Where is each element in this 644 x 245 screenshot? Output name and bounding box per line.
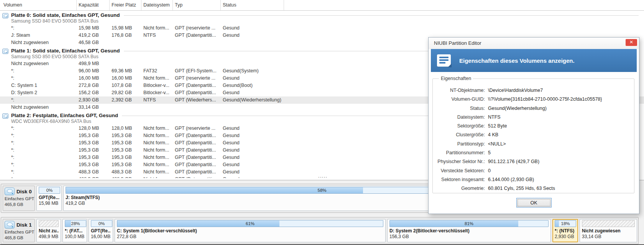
- partition-block[interactable]: 0%GPT(Re...16,00 MB: [89, 219, 113, 242]
- usage-meter: 81%: [389, 220, 549, 227]
- cell-type: [173, 60, 221, 67]
- partition-block[interactable]: 28%*: (FAT...100,0 MB: [62, 219, 87, 242]
- column-header-freier-platz[interactable]: Freier Platz: [110, 0, 141, 10]
- cell-type: GPT (Datenpartiti...: [173, 168, 221, 176]
- column-header-volumen[interactable]: Volumen: [0, 0, 77, 10]
- cell-volume: *:: [0, 125, 77, 132]
- partition-block[interactable]: Nicht zugewiesen33,14 GB: [580, 219, 637, 242]
- cell-filesystem: Nicht form...: [141, 168, 173, 176]
- partition-size: 498,9 MB: [39, 234, 59, 240]
- property-row: Sektoren insgesamt:6.144.000 (2,930 GB): [433, 175, 634, 184]
- disk-name: Disk 0: [16, 189, 32, 194]
- cell-filesystem: Nicht form...: [141, 75, 173, 82]
- disk-group-header[interactable]: Platte 0: Solid state, Einfaches GPT, Ge…: [0, 11, 644, 24]
- cell-filesystem: Nicht form...: [141, 154, 173, 161]
- panel-splitter-handle[interactable]: .....: [311, 174, 334, 179]
- cell-capacity: 195,3 GB: [77, 132, 110, 139]
- cell-type: GPT (Datenpartiti...: [173, 154, 221, 161]
- close-icon[interactable]: ✕: [626, 39, 637, 46]
- disk-scheme: Einfaches GPT: [5, 229, 33, 235]
- property-row: Partitionstyp:<NULL>: [433, 140, 634, 149]
- property-value: 901.122.176 (429,7 GB): [485, 157, 539, 166]
- cell-volume: *:: [0, 161, 77, 168]
- column-header-dateisystem[interactable]: Dateisystem: [141, 0, 173, 10]
- partition-block[interactable]: 18%*: (NTFS)2,930 GB: [552, 219, 578, 242]
- disk-icon: [2, 13, 8, 18]
- column-header-status[interactable]: Status: [221, 0, 284, 10]
- usage-percent: 0%: [39, 187, 60, 193]
- property-row: Status:Gesund(Wiederherstellung): [433, 104, 634, 113]
- cell-free: 176,8 GB: [110, 32, 141, 39]
- cell-status: Gesund: [221, 154, 284, 161]
- property-label: Partitionsnummer:: [433, 149, 485, 157]
- cell-status: Gesund: [221, 176, 284, 178]
- cell-type: [173, 39, 221, 46]
- property-row: Clustergröße:4 KB: [433, 131, 634, 139]
- disk-icon: [2, 49, 8, 54]
- ok-button[interactable]: OK: [516, 198, 552, 207]
- disk-info-box[interactable]: Disk 0Einfaches GPT465,8 GB: [3, 186, 35, 211]
- usage-meter: 0%: [39, 187, 60, 194]
- usage-percent: 18%: [555, 220, 576, 227]
- partition-size: 156,3 GB: [389, 234, 549, 240]
- cell-capacity: 33,14 GB: [77, 104, 110, 111]
- partition-label: *: (FAT...: [65, 228, 85, 234]
- cell-capacity: 46,58 GB: [77, 39, 110, 46]
- cell-filesystem: [141, 104, 173, 111]
- cell-free: [110, 104, 141, 111]
- property-label: Geometrie:: [433, 184, 485, 193]
- cell-capacity: 2,930 GB: [77, 96, 110, 104]
- cell-filesystem: Bitlocker-v...: [141, 82, 173, 89]
- cell-volume: C: System 1: [0, 82, 77, 89]
- partition-label: C: System 1(Bitlocker-verschlüsselt): [117, 228, 383, 234]
- disk-icon: [2, 113, 8, 119]
- property-row: Volumen-GUID:\\?\Volume{3161cb84-2710-00…: [433, 95, 634, 104]
- partition-block[interactable]: 0%GPT(Re...15,98 MB: [36, 186, 62, 211]
- column-header-kapazität[interactable]: Kapazität: [77, 0, 110, 10]
- properties-groupbox: Eigenschaften NT-Objektname:\Device\Hard…: [432, 78, 634, 193]
- partition-block[interactable]: Nicht zu...498,9 MB: [36, 219, 61, 242]
- cell-filesystem: Nicht form...: [141, 147, 173, 154]
- disk-info-box[interactable]: Disk 1Einfaches GPT465,8 GB: [3, 219, 35, 242]
- property-value: \Device\HarddiskVolume7: [485, 86, 543, 95]
- disk-model-subtitle: Samsung SSD 840 EVO 500GB SATA Bus: [11, 18, 641, 24]
- cell-status: [221, 60, 284, 67]
- disk-group-title: Platte 1: Solid state, Einfaches GPT, Ge…: [11, 48, 120, 54]
- cell-free: 195,3 GB: [110, 139, 141, 147]
- cell-volume: *:: [0, 147, 77, 154]
- cell-volume: *:: [0, 176, 77, 178]
- cell-status: Gesund: [221, 161, 284, 168]
- cell-status: [221, 104, 284, 111]
- cell-status: Gesund(System): [221, 67, 284, 75]
- cell-volume: *:: [0, 168, 77, 176]
- partition-block[interactable]: 81%D: System 2(Bitlocker-verschlüsselt)1…: [387, 219, 551, 242]
- cell-free: 488,3 GB: [110, 176, 141, 178]
- table-header: VolumenKapazitätFreier PlatzDateisystemT…: [0, 0, 644, 11]
- partition-size: 272,8 GB: [117, 234, 383, 240]
- partition-label: Nicht zu...: [39, 228, 59, 234]
- cell-filesystem: Nicht form...: [141, 139, 173, 147]
- partition-size: 2,930 GB: [555, 234, 576, 240]
- property-value: 0: [485, 167, 491, 175]
- partition-label: GPT(Re...: [39, 194, 59, 201]
- cell-free: 69,36 MB: [110, 67, 141, 75]
- partition-block[interactable]: 61%C: System 1(Bitlocker-verschlüsselt)2…: [115, 219, 386, 242]
- cell-filesystem: Nicht form...: [141, 132, 173, 139]
- usage-percent: 61%: [117, 220, 383, 227]
- hard-drive-icon: [5, 221, 15, 229]
- cell-status: Gesund(Boot): [221, 82, 284, 89]
- column-header-typ[interactable]: Typ: [173, 0, 221, 10]
- properties-dialog: NIUBI Partition Editor ✕ Eigenschaften d…: [428, 37, 639, 214]
- property-row: NT-Objektname:\Device\HarddiskVolume7: [433, 86, 634, 95]
- cell-type: GPT (reservierte ...: [173, 75, 221, 82]
- cell-capacity: 195,3 GB: [77, 147, 110, 154]
- cell-type: GPT (Datenpartiti...: [173, 139, 221, 147]
- cell-filler: [284, 24, 644, 32]
- table-row[interactable]: *:15,98 MB15,98 MBNicht form...GPT (rese…: [0, 24, 644, 32]
- cell-filesystem: [141, 39, 173, 46]
- cell-capacity: 96,00 MB: [77, 67, 110, 75]
- properties-document-icon: [437, 54, 451, 67]
- cell-capacity: 15,98 MB: [77, 24, 110, 32]
- cell-capacity: 195,3 GB: [77, 161, 110, 168]
- cell-volume: Nicht zugewiesen: [0, 60, 77, 67]
